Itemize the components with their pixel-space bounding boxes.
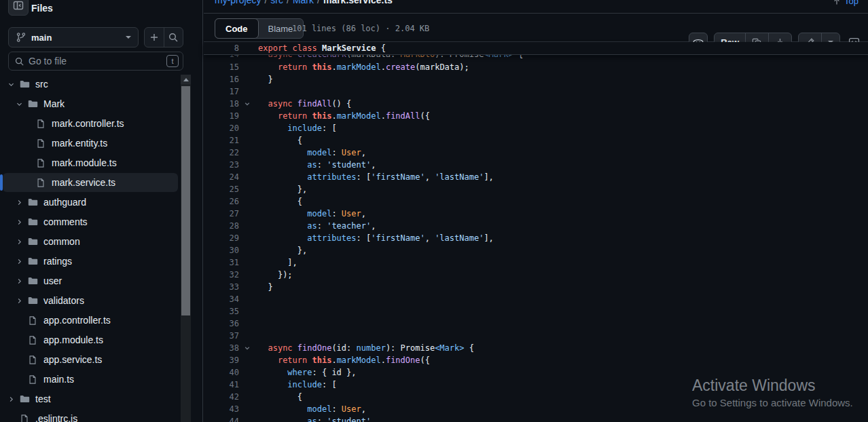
code-text: {: [258, 136, 302, 145]
tree-file-mark.service.ts[interactable]: mark.service.ts: [3, 173, 178, 192]
code-line-41: 41 include: [: [204, 379, 868, 391]
branch-selector-button[interactable]: main: [8, 27, 139, 47]
search-tree-button[interactable]: [164, 28, 183, 47]
chevron-right-icon[interactable]: [15, 277, 23, 285]
sidebar-scrollbar[interactable]: [181, 75, 191, 422]
line-number[interactable]: 31: [204, 258, 239, 267]
fold-chevron-icon[interactable]: [242, 98, 253, 110]
chevron-down-icon[interactable]: [7, 81, 15, 88]
line-number[interactable]: 33: [204, 282, 239, 292]
breadcrumb-path-link[interactable]: Mark: [293, 0, 314, 5]
line-number[interactable]: 25: [204, 185, 239, 194]
tree-folder-ratings[interactable]: ratings: [3, 252, 178, 271]
line-number[interactable]: 30: [204, 246, 239, 255]
line-number[interactable]: 40: [204, 368, 239, 377]
line-number[interactable]: 16: [204, 75, 239, 84]
line-number[interactable]: 36: [204, 319, 239, 328]
folder-icon: [19, 79, 30, 90]
tree-folder-Mark[interactable]: Mark: [3, 94, 178, 113]
code-text: async findAll() {: [258, 99, 351, 109]
chevron-down-icon[interactable]: [15, 100, 23, 108]
chevron-right-icon[interactable]: [15, 238, 23, 246]
breadcrumb-path-link[interactable]: src: [270, 0, 283, 5]
tab-code[interactable]: Code: [215, 18, 259, 39]
fold-gutter: [242, 159, 253, 171]
breadcrumb-repo-link[interactable]: my-projecy: [215, 0, 261, 5]
code-text: {: [258, 392, 302, 402]
line-number[interactable]: 24: [204, 172, 239, 182]
line-number[interactable]: 42: [204, 392, 239, 402]
scrollbar-thumb[interactable]: [181, 86, 190, 315]
line-number[interactable]: 15: [204, 62, 239, 72]
back-to-top-link[interactable]: Top: [833, 0, 858, 6]
tree-item-label: mark.service.ts: [52, 177, 115, 188]
line-number[interactable]: 37: [204, 331, 239, 341]
new-file-button[interactable]: [145, 28, 164, 47]
line-number[interactable]: 21: [204, 136, 239, 145]
tree-item-label: mark.module.ts: [52, 157, 117, 168]
file-toolbar: CodeBlame 101 lines (86 loc) · 2.04 KB R…: [204, 14, 868, 42]
go-to-file-input[interactable]: Go to file t: [8, 52, 183, 71]
line-number[interactable]: 29: [204, 233, 239, 243]
line-number[interactable]: 8: [204, 43, 239, 53]
tree-file-app.service.ts[interactable]: app.service.ts: [3, 350, 178, 369]
line-number[interactable]: 14: [204, 55, 239, 59]
chevron-right-icon[interactable]: [15, 218, 23, 226]
tree-file-mark.entity.ts[interactable]: mark.entity.ts: [3, 134, 178, 153]
chevron-right-icon[interactable]: [15, 258, 23, 265]
tree-file-main.ts[interactable]: main.ts: [3, 370, 178, 389]
code-line-35: 35: [204, 305, 868, 318]
line-number[interactable]: 38: [204, 343, 239, 353]
code-text: return this.markModel.create(markData);: [258, 62, 469, 72]
line-number[interactable]: 28: [204, 221, 239, 231]
fold-chevron-icon[interactable]: [242, 342, 253, 354]
line-number[interactable]: 34: [204, 294, 239, 304]
search-icon: [14, 56, 24, 66]
tree-folder-authguard[interactable]: authguard: [3, 193, 178, 212]
code-line-19: 19 return this.markModel.findAll({: [204, 110, 868, 122]
chevron-right-icon[interactable]: [7, 396, 15, 403]
line-number[interactable]: 23: [204, 160, 239, 170]
breadcrumb-current-file: mark.service.ts: [323, 0, 393, 5]
line-number[interactable]: 27: [204, 209, 239, 218]
file-tree: srcMarkmark.controller.tsmark.entity.tsm…: [3, 75, 178, 422]
line-number[interactable]: 44: [204, 417, 239, 422]
code-line-40: 40 where: { id },: [204, 366, 868, 379]
chevron-right-icon[interactable]: [15, 297, 23, 305]
line-number[interactable]: 18: [204, 99, 239, 109]
chevron-right-icon[interactable]: [15, 199, 23, 206]
folder-icon: [27, 197, 38, 208]
tree-item-label: app.controller.ts: [43, 315, 111, 326]
tree-item-label: common: [43, 236, 80, 247]
breadcrumb: my-projecy/src/Mark/mark.service.ts: [215, 0, 393, 5]
line-number[interactable]: 35: [204, 307, 239, 316]
tree-folder-src[interactable]: src: [3, 75, 178, 94]
line-number[interactable]: 43: [204, 404, 239, 414]
tree-file-mark.controller.ts[interactable]: mark.controller.ts: [3, 114, 178, 133]
collapse-file-tree-button[interactable]: [8, 0, 29, 16]
line-number[interactable]: 39: [204, 356, 239, 365]
scrollbar-up-arrow[interactable]: [181, 75, 191, 84]
line-number[interactable]: 32: [204, 270, 239, 280]
tree-folder-common[interactable]: common: [3, 232, 178, 251]
line-number[interactable]: 22: [204, 148, 239, 157]
folder-icon: [27, 98, 38, 109]
fold-gutter: [242, 403, 253, 415]
line-number[interactable]: 19: [204, 111, 239, 121]
line-number[interactable]: 26: [204, 197, 239, 206]
code-text: as: 'student',: [258, 160, 376, 170]
line-number[interactable]: 17: [204, 87, 239, 96]
tree-folder-comments[interactable]: comments: [3, 212, 178, 231]
tree-file-app.module.ts[interactable]: app.module.ts: [3, 330, 178, 349]
tree-file-mark.module.ts[interactable]: mark.module.ts: [3, 153, 178, 172]
tree-file-.eslintrc.js[interactable]: .eslintrc.js: [3, 409, 178, 422]
line-number[interactable]: 41: [204, 380, 239, 389]
line-number[interactable]: 20: [204, 123, 239, 133]
tree-folder-validators[interactable]: validators: [3, 291, 178, 310]
code-text: export class MarkService {: [258, 43, 386, 53]
tree-folder-test[interactable]: test: [3, 389, 178, 408]
fold-gutter: [242, 330, 253, 342]
tree-folder-user[interactable]: user: [3, 271, 178, 290]
tree-file-app.controller.ts[interactable]: app.controller.ts: [3, 311, 178, 330]
code-blame-switcher: CodeBlame: [215, 18, 304, 39]
